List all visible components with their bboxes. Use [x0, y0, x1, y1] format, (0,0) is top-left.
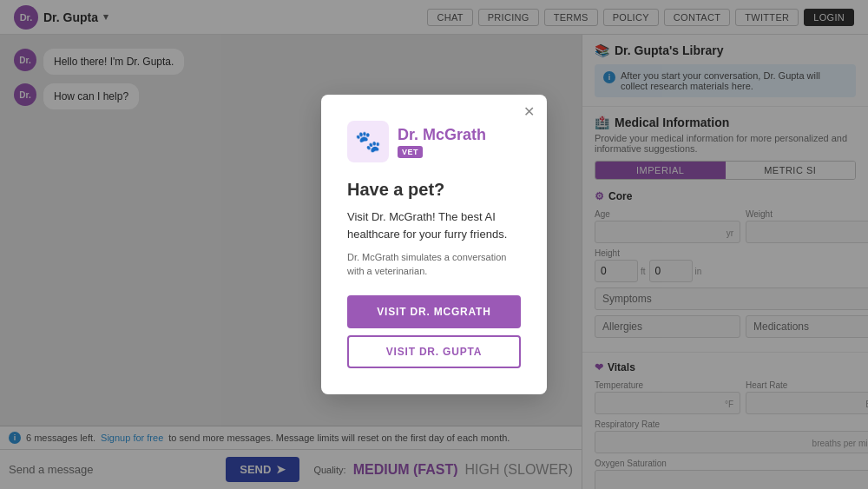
modal-close-button[interactable]: ✕ [523, 105, 535, 119]
modal-title: Have a pet? [347, 180, 521, 200]
modal-logo-text: Dr. McGrath VET [398, 126, 486, 158]
visit-gupta-button[interactable]: VISIT DR. GUPTA [347, 335, 521, 368]
modal-logo-badge: VET [398, 146, 423, 158]
modal-logo: 🐾 Dr. McGrath VET [347, 121, 521, 162]
modal-overlay[interactable]: ✕ 🐾 Dr. McGrath VET Have a pet? Visit Dr… [0, 0, 868, 489]
modal-logo-icon: 🐾 [347, 121, 389, 162]
modal-desc: Visit Dr. McGrath! The best AI healthcar… [347, 208, 521, 242]
modal: ✕ 🐾 Dr. McGrath VET Have a pet? Visit Dr… [321, 95, 547, 394]
modal-logo-name: Dr. McGrath [398, 126, 486, 144]
visit-mcgrath-button[interactable]: VISIT DR. MCGRATH [347, 295, 521, 328]
modal-sub: Dr. McGrath simulates a conversation wit… [347, 251, 521, 278]
